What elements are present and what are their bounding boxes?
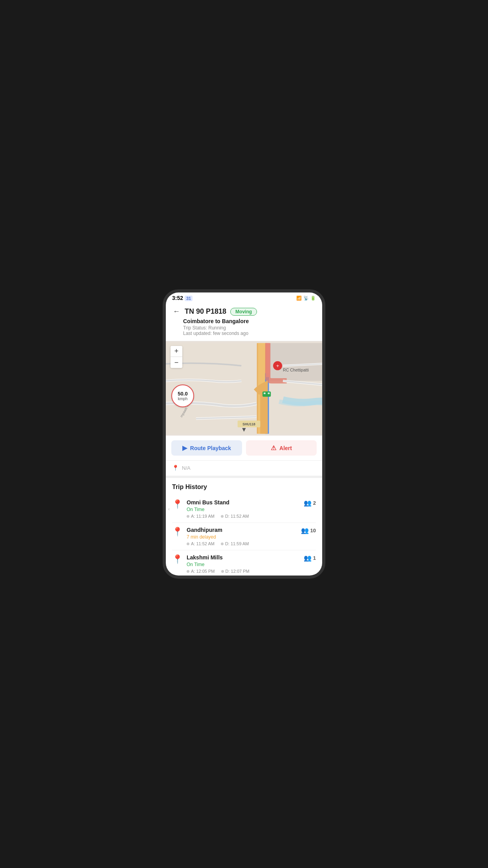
list-item: 📍 Lakshmi Mills On Time A: 12:05 PM D: 1 [172, 550, 316, 576]
header-top: ← TN 90 P1818 Moving [172, 307, 316, 316]
route-playback-label: Route Playback [190, 445, 231, 451]
expand-button[interactable]: ‹ [168, 506, 170, 512]
arrival-time-2: A: 11:52 AM [187, 541, 215, 546]
svg-text:SHU118: SHU118 [242, 422, 255, 426]
arrival-time-1: A: 11:19 AM [187, 514, 215, 519]
speed-value: 50.0 [178, 391, 187, 397]
stop-status-3: On Time [187, 562, 300, 567]
departure-time-2: D: 11:59 AM [221, 541, 249, 546]
stop-item-row: 📍 Lakshmi Mills On Time A: 12:05 PM D: 1 [172, 554, 316, 574]
trip-history-title: Trip History [172, 484, 316, 491]
stop-name-3: Lakshmi Mills [187, 554, 300, 561]
action-buttons: ▶ Route Playback ⚠ Alert [166, 436, 322, 461]
passengers-icon-2: 👥 [301, 527, 309, 534]
trip-history: Trip History ‹ 📍 Omni Bus Stand On Time … [166, 478, 322, 576]
phone-frame: 3:52 31 📶 📡 🔋 ← TN 90 P1818 Moving Coimb… [163, 289, 325, 579]
passengers-icon-1: 👥 [304, 499, 312, 507]
location-pin-icon: 📍 [172, 465, 179, 471]
status-bar: 3:52 31 📶 📡 🔋 [166, 292, 322, 303]
stop-times-3: A: 12:05 PM D: 12:07 PM [187, 569, 300, 574]
departure-dot-3 [221, 570, 224, 573]
svg-text:+: + [276, 363, 279, 369]
map-collapse-chevron[interactable]: ▼ [241, 426, 247, 433]
alert-icon: ⚠ [271, 444, 276, 452]
zoom-controls[interactable]: + − [171, 346, 182, 368]
speed-indicator: 50.0 kmph [171, 384, 194, 407]
passengers-count-2: 10 [310, 528, 316, 533]
stop-times-2: A: 11:52 AM D: 11:59 AM [187, 541, 297, 546]
departure-time-3: D: 12:07 PM [221, 569, 250, 574]
stop-info-1: Omni Bus Stand On Time A: 11:19 AM D: 11… [187, 499, 300, 519]
map-container[interactable]: SHU118 RC Chettipatti + mpaatti Rd + − [166, 341, 322, 436]
stop-item-row: 📍 Gandhipuram 7 min delayed A: 11:52 AM [172, 527, 316, 546]
passengers-count-3: 1 [313, 555, 316, 561]
passengers-icon-3: 👥 [304, 554, 312, 562]
arrival-dot-3 [187, 570, 189, 573]
moving-status-badge: Moving [230, 308, 257, 316]
stop-item-row: ‹ 📍 Omni Bus Stand On Time A: 11:19 AM [172, 499, 316, 519]
route-text: Coimbatore to Bangalore [183, 318, 316, 324]
passengers-count-1: 2 [313, 500, 316, 506]
status-icons: 📶 📡 🔋 [296, 296, 316, 301]
stop-info-3: Lakshmi Mills On Time A: 12:05 PM D: 12:… [187, 554, 300, 574]
calendar-badge: 31 [185, 296, 193, 301]
list-item: ‹ 📍 Omni Bus Stand On Time A: 11:19 AM [172, 495, 316, 523]
stop-status-2: 7 min delayed [187, 534, 297, 540]
departure-time-1: D: 11:52 AM [221, 514, 249, 519]
last-updated: Last updated: few seconds ago [183, 331, 316, 336]
vehicle-id: TN 90 P1818 [185, 307, 226, 316]
status-time: 3:52 31 [172, 295, 193, 301]
departure-dot-2 [221, 542, 224, 545]
stop-passengers-2: 👥 10 [301, 527, 316, 534]
stop-pin-icon-3: 📍 [172, 554, 183, 565]
wifi-icon: 📶 [296, 296, 302, 301]
speed-unit: kmph [178, 397, 187, 401]
signal-icon: 📡 [303, 296, 309, 301]
stop-name-2: Gandhipuram [187, 527, 297, 533]
stop-name-1: Omni Bus Stand [187, 499, 300, 506]
arrival-time-3: A: 12:05 PM [187, 569, 215, 574]
alert-label: Alert [279, 445, 292, 451]
svg-rect-9 [268, 393, 270, 394]
header: ← TN 90 P1818 Moving Coimbatore to Banga… [166, 303, 322, 341]
stop-pin-icon-1: 📍 [172, 499, 183, 509]
alert-button[interactable]: ⚠ Alert [246, 440, 317, 456]
zoom-in-button[interactable]: + [171, 346, 182, 357]
stop-status-1: On Time [187, 507, 300, 512]
battery-icon: 🔋 [310, 296, 316, 301]
svg-text:RC Chettipatti: RC Chettipatti [283, 368, 309, 372]
stop-passengers-1: 👥 2 [304, 499, 316, 507]
location-value: N/A [182, 465, 191, 471]
route-playback-button[interactable]: ▶ Route Playback [171, 440, 242, 456]
svg-rect-8 [264, 393, 266, 394]
svg-rect-7 [262, 392, 271, 397]
departure-dot [221, 515, 224, 518]
list-item: 📍 Gandhipuram 7 min delayed A: 11:52 AM [172, 523, 316, 550]
stop-times-1: A: 11:19 AM D: 11:52 AM [187, 514, 300, 519]
screen: 3:52 31 📶 📡 🔋 ← TN 90 P1818 Moving Coimb… [166, 292, 322, 576]
arrival-dot [187, 515, 189, 518]
back-button[interactable]: ← [172, 307, 181, 316]
time-display: 3:52 [172, 295, 183, 301]
play-icon: ▶ [182, 444, 187, 452]
stop-passengers-3: 👥 1 [304, 554, 316, 562]
trip-status: Trip Status: Running [183, 325, 316, 331]
stop-info-2: Gandhipuram 7 min delayed A: 11:52 AM D:… [187, 527, 297, 546]
zoom-out-button[interactable]: − [171, 357, 182, 368]
location-row: 📍 N/A [166, 461, 322, 478]
stop-pin-icon-2: 📍 [172, 527, 183, 537]
arrival-dot-2 [187, 542, 189, 545]
